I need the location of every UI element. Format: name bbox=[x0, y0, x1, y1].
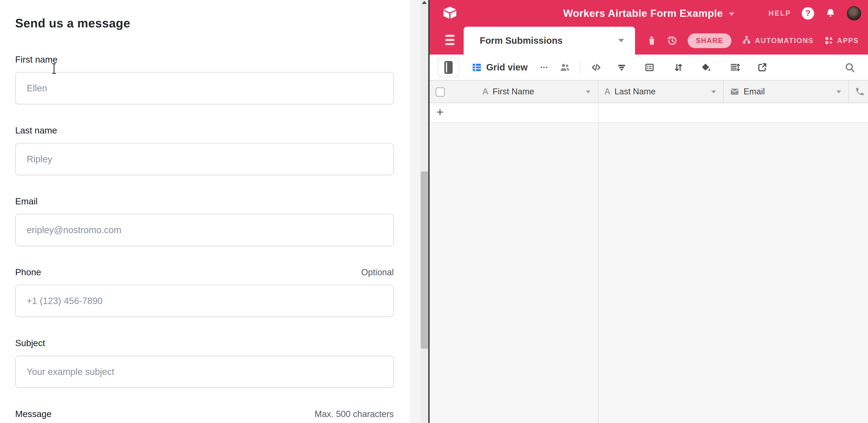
automations-button[interactable]: AUTOMATIONS bbox=[741, 35, 813, 46]
toggle-view-sidebar-button[interactable] bbox=[438, 58, 459, 77]
subject-input[interactable] bbox=[15, 356, 394, 388]
phone-input[interactable] bbox=[15, 285, 394, 317]
scrollbar-up-arrow-icon[interactable] bbox=[422, 1, 427, 4]
embed-code-icon[interactable] bbox=[591, 62, 602, 73]
trash-icon[interactable] bbox=[646, 35, 657, 46]
subject-label: Subject bbox=[15, 338, 45, 348]
table-caret-icon[interactable] bbox=[618, 39, 624, 42]
add-row-plus-icon[interactable]: + bbox=[437, 105, 443, 119]
row-height-icon[interactable] bbox=[730, 62, 741, 73]
email-input[interactable] bbox=[15, 214, 394, 246]
sort-icon[interactable] bbox=[673, 62, 684, 73]
select-all-checkbox[interactable] bbox=[436, 87, 445, 97]
page-scrollbar[interactable] bbox=[421, 0, 428, 423]
apps-button[interactable]: APPS bbox=[824, 35, 859, 46]
grid-view-icon[interactable] bbox=[471, 62, 482, 73]
airtable-panel: Workers Airtable Form Example HELP ? For… bbox=[430, 0, 868, 423]
column-header-phone[interactable]: Phone bbox=[849, 81, 868, 103]
field-first-name: First name bbox=[15, 55, 394, 104]
question-help-icon[interactable]: ? bbox=[802, 7, 814, 20]
field-subject: Subject bbox=[15, 338, 394, 388]
frozen-column-divider bbox=[598, 103, 599, 122]
page-scrollbar-thumb[interactable] bbox=[421, 172, 428, 349]
search-icon[interactable] bbox=[844, 62, 856, 73]
contact-form-panel: Send us a message First name Last name bbox=[0, 0, 410, 423]
view-options-ellipsis-icon[interactable] bbox=[539, 62, 549, 73]
base-title[interactable]: Workers Airtable Form Example bbox=[563, 7, 723, 19]
first-name-input[interactable] bbox=[15, 72, 394, 104]
column-caret-icon[interactable] bbox=[836, 90, 841, 93]
first-name-label: First name bbox=[15, 55, 58, 65]
form-title: Send us a message bbox=[15, 16, 394, 30]
collaborators-icon[interactable] bbox=[559, 62, 570, 73]
hamburger-menu-icon[interactable] bbox=[445, 35, 455, 45]
field-message: Message Max. 500 characters bbox=[15, 409, 394, 423]
field-last-name: Last name bbox=[15, 125, 394, 175]
table-name: Form Submissions bbox=[480, 35, 563, 46]
phone-field-type-icon bbox=[855, 87, 865, 96]
add-row[interactable]: + bbox=[430, 103, 868, 123]
share-button[interactable]: SHARE bbox=[688, 33, 732, 48]
share-view-icon[interactable] bbox=[757, 62, 768, 73]
frozen-column-divider bbox=[598, 123, 599, 423]
field-phone: Phone Optional bbox=[15, 267, 394, 317]
help-button[interactable]: HELP bbox=[768, 9, 791, 18]
email-field-type-icon bbox=[730, 87, 739, 96]
message-label: Message bbox=[15, 409, 52, 419]
field-email: Email bbox=[15, 196, 394, 246]
grid-column-header-row: A First Name A Last Name Email bbox=[430, 80, 868, 103]
message-maxchars-note: Max. 500 characters bbox=[315, 409, 394, 419]
phone-label: Phone bbox=[15, 267, 41, 277]
last-name-input[interactable] bbox=[15, 143, 394, 175]
phone-optional-note: Optional bbox=[361, 267, 394, 277]
view-toolbar: Grid view bbox=[430, 55, 868, 80]
user-avatar[interactable] bbox=[847, 6, 861, 21]
table-tab-bar: Form Submissions SHARE bbox=[430, 27, 868, 55]
column-header-email[interactable]: Email bbox=[724, 81, 849, 103]
table-tab-form-submissions[interactable]: Form Submissions bbox=[464, 27, 635, 55]
color-paint-icon[interactable] bbox=[701, 62, 711, 73]
airtable-header: Workers Airtable Form Example HELP ? bbox=[430, 0, 868, 27]
text-field-type-icon: A bbox=[604, 87, 611, 96]
form-page-gutter bbox=[410, 0, 421, 423]
group-icon[interactable] bbox=[644, 62, 655, 73]
base-title-caret-icon[interactable] bbox=[729, 12, 734, 16]
history-icon[interactable] bbox=[666, 35, 678, 47]
column-header-first-name[interactable]: A First Name bbox=[430, 81, 598, 103]
filter-icon[interactable] bbox=[616, 62, 627, 73]
column-caret-icon[interactable] bbox=[586, 90, 590, 93]
view-name-label[interactable]: Grid view bbox=[486, 62, 528, 72]
text-field-type-icon: A bbox=[482, 87, 489, 96]
airtable-logo-icon[interactable] bbox=[442, 6, 457, 19]
column-header-last-name[interactable]: A Last Name bbox=[598, 81, 724, 103]
email-label: Email bbox=[15, 196, 38, 206]
toolbar-divider bbox=[580, 61, 581, 73]
last-name-label: Last name bbox=[15, 125, 57, 135]
notifications-bell-icon[interactable] bbox=[825, 8, 836, 19]
grid-empty-area bbox=[430, 123, 868, 423]
column-caret-icon[interactable] bbox=[711, 90, 716, 93]
